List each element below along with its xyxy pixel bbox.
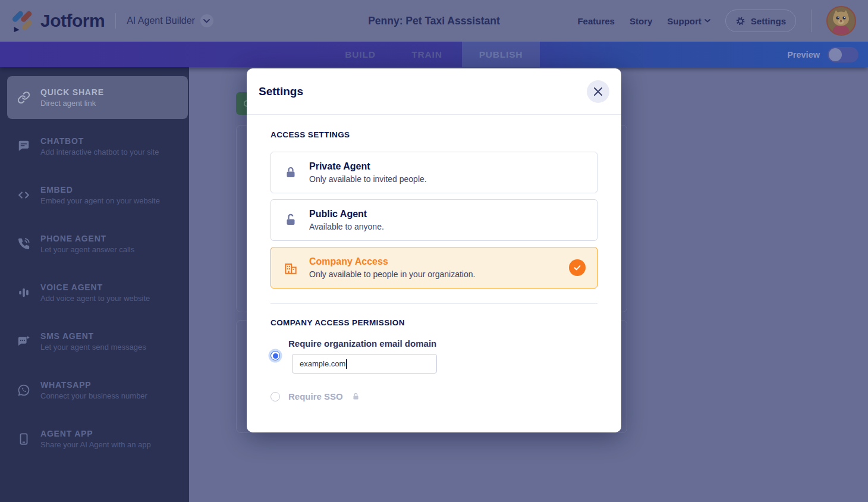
email-domain-input[interactable]: example.com xyxy=(292,354,437,374)
preview-toggle[interactable] xyxy=(828,47,858,62)
sidebar-item-subtitle: Let your agent answer calls xyxy=(40,245,134,254)
agent-avatar[interactable] xyxy=(826,6,856,36)
access-option-description: Only available to invited people. xyxy=(309,174,427,184)
access-option-title: Company Access xyxy=(309,256,475,267)
access-option-public-agent[interactable]: Public Agent Available to anyone. xyxy=(271,199,597,241)
settings-modal-header: Settings xyxy=(247,68,621,115)
jotform-logo[interactable]: Jotform xyxy=(12,9,105,33)
modal-title: Settings xyxy=(259,85,303,98)
sidebar-item-subtitle: Add interactive chatbot to your site xyxy=(40,148,159,156)
sidebar-item-title: AGENT APP xyxy=(40,429,151,438)
sso-label: Require SSO xyxy=(288,391,343,401)
email-domain-label: Require organization email domain xyxy=(288,338,437,349)
sidebar-item-voice-agent[interactable]: VOICE AGENT Add voice agent to your webs… xyxy=(7,271,188,314)
header-settings-button[interactable]: Settings xyxy=(725,10,796,32)
modal-close-button[interactable] xyxy=(587,80,609,103)
sidebar-item-chatbot[interactable]: CHATBOT Add interactive chatbot to your … xyxy=(7,125,188,168)
close-icon xyxy=(594,87,602,96)
sidebar-item-title: QUICK SHARE xyxy=(40,87,104,97)
nav-story-link[interactable]: Story xyxy=(630,16,652,26)
sidebar-item-text: QUICK SHARE Direct agent link xyxy=(40,87,104,108)
sidebar-item-sms-agent[interactable]: SMS AGENT Let your agent send messages xyxy=(7,320,188,363)
sidebar-item-whatsapp[interactable]: WHATSAPP Connect your business number xyxy=(7,369,188,412)
cat-avatar-image xyxy=(828,7,854,34)
sidebar-item-title: WHATSAPP xyxy=(40,380,147,390)
logo-wordmark: Jotform xyxy=(40,11,105,31)
chevron-down-icon xyxy=(705,19,710,23)
sidebar-item-subtitle: Share your AI Agent with an app xyxy=(40,440,151,449)
sidebar-item-title: EMBED xyxy=(40,185,160,194)
lock-closed-icon xyxy=(282,164,299,181)
nav-support-link[interactable]: Support xyxy=(667,16,710,26)
sidebar-item-text: CHATBOT Add interactive chatbot to your … xyxy=(40,136,159,156)
header-right-nav: Features Story Support Settings xyxy=(577,6,856,36)
header-divider xyxy=(115,13,116,29)
toggle-knob xyxy=(829,48,842,61)
top-header: Jotform AI Agent Builder Penny: Pet Taxi… xyxy=(0,0,868,42)
email-domain-radio[interactable] xyxy=(271,351,280,360)
section-divider xyxy=(271,303,597,304)
access-option-private-agent[interactable]: Private Agent Only available to invited … xyxy=(271,152,597,193)
sidebar-item-text: AGENT APP Share your AI Agent with an ap… xyxy=(40,429,151,449)
publish-sidebar: QUICK SHARE Direct agent link CHATBOT Ad… xyxy=(0,67,189,502)
sms-icon xyxy=(17,334,31,349)
company-access-permission-label: COMPANY ACCESS PERMISSION xyxy=(271,318,597,327)
lock-closed-icon xyxy=(351,392,360,401)
settings-modal: Settings ACCESS SETTINGS Private Agent O… xyxy=(247,68,621,432)
whatsapp-icon xyxy=(17,383,31,397)
preview-control: Preview xyxy=(787,42,858,67)
access-settings-label: ACCESS SETTINGS xyxy=(271,130,597,139)
link-icon xyxy=(17,90,31,105)
sso-option-row: Require SSO xyxy=(271,391,597,401)
sidebar-item-text: PHONE AGENT Let your agent answer calls xyxy=(40,234,134,254)
embed-code-icon xyxy=(17,188,31,202)
sidebar-item-title: CHATBOT xyxy=(40,136,159,146)
access-option-description: Only available to people in your organiz… xyxy=(309,269,475,279)
sidebar-item-phone-agent[interactable]: PHONE AGENT Let your agent answer calls xyxy=(7,222,188,265)
phone-icon xyxy=(17,237,31,251)
agent-title: Penny: Pet Taxi Asssistant xyxy=(368,15,500,27)
preview-label: Preview xyxy=(787,50,820,59)
access-option-company-access[interactable]: Company Access Only available to people … xyxy=(271,247,597,288)
selected-check-icon xyxy=(569,259,586,276)
settings-modal-body: ACCESS SETTINGS Private Agent Only avail… xyxy=(247,115,621,401)
sidebar-item-subtitle: Embed your agent on your website xyxy=(40,196,160,205)
sidebar-item-agent-app[interactable]: AGENT APP Share your AI Agent with an ap… xyxy=(7,418,188,460)
sidebar-item-title: PHONE AGENT xyxy=(40,234,134,243)
access-option-text: Private Agent Only available to invited … xyxy=(309,161,427,184)
settings-button-label: Settings xyxy=(751,16,786,26)
sidebar-item-subtitle: Let your agent send messages xyxy=(40,343,146,352)
access-option-title: Private Agent xyxy=(309,161,427,172)
agent-app-icon xyxy=(17,432,31,446)
access-option-title: Public Agent xyxy=(309,209,384,219)
builder-tab-bar: BUILD TRAIN PUBLISH Preview xyxy=(0,42,868,67)
nav-support-label: Support xyxy=(667,16,702,26)
email-domain-option-row: Require organization email domain exampl… xyxy=(271,338,597,374)
nav-features-link[interactable]: Features xyxy=(577,16,615,26)
sidebar-item-subtitle: Add voice agent to your website xyxy=(40,294,150,303)
tab-publish[interactable]: PUBLISH xyxy=(462,42,540,67)
access-option-description: Available to anyone. xyxy=(309,222,384,231)
tab-train[interactable]: TRAIN xyxy=(402,42,452,67)
sidebar-item-title: VOICE AGENT xyxy=(40,283,150,292)
access-option-text: Public Agent Available to anyone. xyxy=(309,209,384,231)
sidebar-item-embed[interactable]: EMBED Embed your agent on your website xyxy=(7,174,188,217)
voice-bars-icon xyxy=(17,285,31,300)
sidebar-item-text: EMBED Embed your agent on your website xyxy=(40,185,160,205)
sidebar-item-quick-share[interactable]: QUICK SHARE Direct agent link xyxy=(7,76,188,119)
sidebar-item-text: SMS AGENT Let your agent send messages xyxy=(40,331,146,352)
sidebar-item-text: WHATSAPP Connect your business number xyxy=(40,380,147,400)
sidebar-item-subtitle: Connect your business number xyxy=(40,391,147,400)
sidebar-item-subtitle: Direct agent link xyxy=(40,99,104,108)
company-building-icon xyxy=(282,259,299,276)
sidebar-item-text: VOICE AGENT Add voice agent to your webs… xyxy=(40,283,150,303)
product-switcher[interactable]: AI Agent Builder xyxy=(127,14,213,27)
sso-radio[interactable] xyxy=(271,392,280,401)
tab-build[interactable]: BUILD xyxy=(333,42,388,67)
text-cursor xyxy=(346,359,347,369)
header-divider xyxy=(811,10,812,32)
email-domain-field-group: Require organization email domain exampl… xyxy=(288,338,437,374)
lock-open-icon xyxy=(282,212,299,228)
chatbot-icon xyxy=(17,139,31,153)
gear-icon xyxy=(735,16,746,26)
